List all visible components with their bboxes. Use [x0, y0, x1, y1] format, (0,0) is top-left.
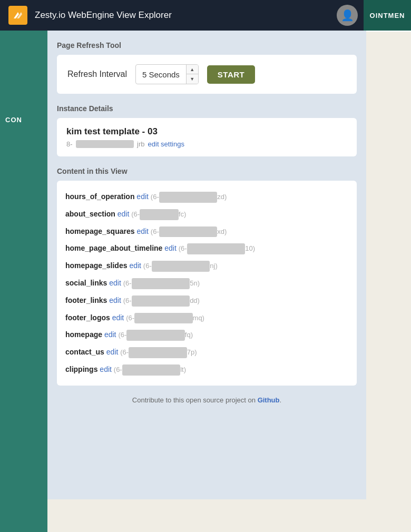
content-item-id: (6-████████████nj) — [143, 262, 218, 270]
content-item-id: (6-████████████5n) — [123, 279, 200, 287]
content-item-id: (6-████████████mq) — [126, 314, 204, 322]
instance-id-row: 8-████████████jrb edit settings — [66, 140, 347, 148]
content-edit-link[interactable]: edit — [129, 261, 141, 270]
content-item-name: contact_us — [65, 348, 104, 356]
instance-section-title: Instance Details — [57, 104, 357, 113]
spinner-down-button[interactable]: ▼ — [187, 74, 198, 84]
refresh-section-title: Page Refresh Tool — [57, 41, 357, 50]
content-item-name: homepage_slides — [65, 261, 128, 270]
github-link[interactable]: Github — [258, 396, 280, 404]
content-item-id: (6-████████████10) — [179, 244, 255, 252]
content-item-id: (6-████████████fq) — [118, 331, 193, 339]
sidebar-label: CON — [5, 116, 22, 124]
spinner-up-button[interactable]: ▲ — [187, 65, 198, 74]
content-edit-link[interactable]: edit — [136, 227, 149, 235]
content-row: homepage edit (6-████████████fq) — [65, 326, 348, 343]
content-edit-link[interactable]: edit — [109, 296, 121, 304]
sidebar-bg — [0, 0, 47, 532]
content-item-name: homepage — [65, 330, 102, 339]
content-item-name: social_links — [65, 279, 107, 287]
content-row: footer_links edit (6-████████████dd) — [65, 292, 348, 309]
edit-settings-link[interactable]: edit settings — [148, 140, 184, 148]
content-item-id: (6-████████████7p) — [120, 348, 197, 356]
zesty-logo-svg — [12, 9, 24, 22]
instance-card: kim test template - 03 8-████████████jrb… — [57, 118, 357, 156]
content-item-id: (6-████████████lt) — [114, 366, 186, 373]
content-item-name: about_section — [65, 210, 115, 218]
content-item-name: home_page_about_timeline — [65, 244, 162, 252]
content-item-id: (6-████████████dd) — [123, 297, 200, 304]
spinner-value: 5 Seconds — [136, 67, 186, 82]
content-row: footer_logos edit (6-████████████mq) — [65, 309, 348, 327]
content-edit-link[interactable]: edit — [109, 279, 121, 287]
right-nav-label: OINTMEN — [370, 12, 405, 19]
content-edit-link[interactable]: edit — [136, 192, 149, 201]
refresh-interval-spinner[interactable]: 5 Seconds ▲ ▼ — [135, 64, 199, 84]
content-row: hours_of_operation edit (6-████████████z… — [65, 188, 348, 205]
refresh-label: Refresh Interval — [67, 70, 127, 79]
content-edit-link[interactable]: edit — [104, 330, 116, 339]
content-edit-link[interactable]: edit — [100, 365, 112, 373]
content-row: clippings edit (6-████████████lt) — [65, 361, 348, 378]
content-item-name: footer_logos — [65, 313, 110, 322]
content-item-name: footer_links — [65, 296, 107, 304]
content-row: social_links edit (6-████████████5n) — [65, 274, 348, 292]
footer-period: . — [280, 396, 282, 404]
footer-text: Contribute to this open source project o… — [57, 396, 357, 404]
content-section-title: Content in this View — [57, 167, 357, 175]
content-edit-link[interactable]: edit — [106, 348, 119, 356]
content-edit-link[interactable]: edit — [118, 210, 130, 218]
content-item-name: hours_of_operation — [65, 192, 134, 201]
spinner-arrows: ▲ ▼ — [186, 65, 198, 84]
content-row: homepage_squares edit (6-████████████xd) — [65, 223, 348, 240]
content-item-id: (6-████████████zd) — [151, 193, 227, 201]
content-card: hours_of_operation edit (6-████████████z… — [57, 181, 357, 386]
instance-id-prefix: 8- — [66, 140, 73, 148]
instance-name: kim test template - 03 — [66, 126, 347, 137]
header-bar: Zesty.io WebEngine View Explorer 👤 — [0, 0, 366, 31]
content-row: homepage_slides edit (6-████████████nj) — [65, 257, 348, 274]
refresh-card: Refresh Interval 5 Seconds ▲ ▼ START — [57, 55, 357, 94]
content-row: contact_us edit (6-████████████7p) — [65, 343, 348, 361]
header-title: Zesty.io WebEngine View Explorer — [35, 10, 329, 21]
footer-static-text: Contribute to this open source project o… — [132, 396, 256, 404]
content-item-name: clippings — [65, 365, 97, 373]
start-button[interactable]: START — [207, 65, 255, 84]
content-row: about_section edit (6-████████fc) — [65, 205, 348, 223]
logo-icon — [8, 6, 27, 25]
instance-id-blurred: ████████████ — [76, 140, 134, 148]
right-nav: OINTMEN — [364, 0, 411, 31]
content-edit-link[interactable]: edit — [164, 244, 177, 252]
avatar[interactable]: 👤 — [337, 5, 358, 26]
content-item-id: (6-████████fc) — [131, 210, 186, 218]
content-edit-link[interactable]: edit — [112, 313, 124, 322]
content-item-name: homepage_squares — [65, 227, 135, 235]
content-row: home_page_about_timeline edit (6-███████… — [65, 240, 348, 257]
main-panel: Page Refresh Tool Refresh Interval 5 Sec… — [47, 31, 366, 499]
instance-id-suffix: jrb — [137, 140, 144, 148]
content-item-id: (6-████████████xd) — [151, 228, 227, 235]
